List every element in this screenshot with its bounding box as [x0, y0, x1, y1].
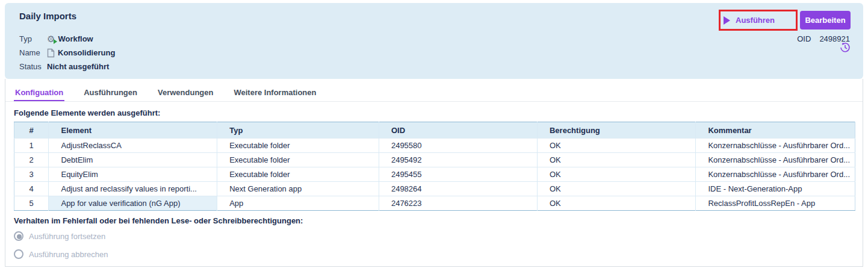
play-icon: [724, 16, 730, 25]
table-column-header[interactable]: Element: [49, 122, 217, 139]
table-header-row: #ElementTypOIDBerechtigungKommentar: [14, 122, 855, 139]
table-cell[interactable]: 1: [14, 139, 49, 153]
radio-option[interactable]: Ausführung fortsetzen: [14, 231, 105, 241]
page-title: Daily Imports: [19, 11, 76, 21]
meta-value-name: Konsolidierung: [47, 48, 115, 58]
table-cell[interactable]: Next Generation app: [217, 182, 379, 196]
table-cell[interactable]: Konzernabschlüsse - Ausführbarer Ord...: [696, 167, 855, 182]
table-cell[interactable]: OK: [537, 182, 695, 196]
table-cell[interactable]: OK: [537, 167, 695, 182]
radio-label: Ausführung abbrechen: [29, 250, 108, 259]
table-cell[interactable]: 2495580: [379, 139, 537, 153]
table-cell[interactable]: 2476223: [379, 196, 537, 211]
radio-icon: [14, 249, 23, 259]
meta-row-status: Status Nicht ausgeführt: [19, 60, 115, 73]
workflow-icon: ⚙: [47, 34, 55, 43]
table-row[interactable]: 2DebtElimExecutable folder2495492OKKonze…: [14, 153, 855, 167]
oid-label: OID: [797, 34, 811, 43]
document-icon: [47, 48, 55, 58]
table-cell[interactable]: Konzernabschlüsse - Ausführbarer Ord...: [696, 139, 855, 153]
table-cell[interactable]: Executable folder: [217, 153, 379, 167]
radio-icon: [14, 231, 23, 241]
meta-value-typ: ⚙ Workflow: [47, 34, 93, 43]
table-body: 1AdjustReclassCAExecutable folder2495580…: [14, 139, 855, 211]
page: Daily Imports Typ ⚙ Workflow Name Konsol…: [0, 0, 868, 271]
history-icon[interactable]: [840, 42, 851, 55]
table-row[interactable]: 4Adjust and reclassify values in reporti…: [14, 182, 855, 196]
table-column-header[interactable]: Berechtigung: [537, 122, 695, 139]
tab-konfiguration[interactable]: Konfiguation: [14, 84, 64, 101]
table-cell[interactable]: ReclassProfitLossRepEn - App: [696, 196, 855, 211]
meta-label-status: Status: [19, 62, 47, 71]
tab-ausfuehrungen[interactable]: Ausführungen: [82, 84, 138, 101]
meta-value-name-text: Konsolidierung: [58, 48, 115, 57]
content-panel: Konfiguation Ausführungen Verwendungen W…: [5, 79, 863, 267]
header-meta: Typ ⚙ Workflow Name Konsolidierung Statu…: [19, 32, 115, 73]
tab-weitere-informationen[interactable]: Weitere Informationen: [232, 84, 317, 101]
table-column-header[interactable]: OID: [379, 122, 537, 139]
radio-option[interactable]: Ausführung abbrechen: [14, 249, 108, 259]
table-column-header[interactable]: #: [14, 122, 49, 139]
table-cell[interactable]: 5: [14, 196, 49, 211]
meta-label-name: Name: [19, 48, 47, 57]
table-row[interactable]: 1AdjustReclassCAExecutable folder2495580…: [14, 139, 855, 153]
table-cell[interactable]: App: [217, 196, 379, 211]
table-row[interactable]: 5App for value verification (nG App)App2…: [14, 196, 855, 211]
meta-row-typ: Typ ⚙ Workflow: [19, 32, 115, 46]
status-value: Nicht ausgeführt: [47, 62, 109, 71]
meta-label-typ: Typ: [19, 34, 47, 43]
header-actions: Ausführen Bearbeiten OID 2498921: [0, 3, 863, 79]
table-row[interactable]: 3EquityElimExecutable folder2495455OKKon…: [14, 167, 855, 182]
header-panel: Daily Imports Typ ⚙ Workflow Name Konsol…: [5, 3, 863, 79]
meta-value-typ-text: Workflow: [58, 34, 93, 43]
intro-text: Folgende Elemente werden ausgeführt:: [14, 108, 160, 117]
element-table: #ElementTypOIDBerechtigungKommentar 1Adj…: [14, 122, 855, 211]
table-cell[interactable]: Executable folder: [217, 139, 379, 153]
table-cell[interactable]: AdjustReclassCA: [49, 139, 217, 153]
table-cell[interactable]: Executable folder: [217, 167, 379, 182]
radio-label: Ausführung fortsetzen: [29, 232, 105, 241]
table-cell[interactable]: IDE - Next-Generation-App: [696, 182, 855, 196]
table-cell[interactable]: 2498264: [379, 182, 537, 196]
tab-strip: Konfiguation Ausführungen Verwendungen W…: [5, 84, 863, 102]
table-cell[interactable]: OK: [537, 153, 695, 167]
table-cell[interactable]: 2495455: [379, 167, 537, 182]
table-cell[interactable]: Adjust and reclassify values in reporti.…: [49, 182, 217, 196]
run-button[interactable]: Ausführen: [724, 12, 775, 28]
table-column-header[interactable]: Typ: [217, 122, 379, 139]
table-cell[interactable]: 2495492: [379, 153, 537, 167]
table-cell[interactable]: 3: [14, 167, 49, 182]
table-cell[interactable]: 4: [14, 182, 49, 196]
table-column-header[interactable]: Kommentar: [696, 122, 855, 139]
table-cell[interactable]: OK: [537, 139, 695, 153]
error-behavior-label: Verhalten im Fehlerfall oder bei fehlend…: [14, 216, 303, 225]
table-cell[interactable]: 2: [14, 153, 49, 167]
table-cell[interactable]: OK: [537, 196, 695, 211]
tab-verwendungen[interactable]: Verwendungen: [157, 84, 214, 101]
run-button-label: Ausführen: [736, 16, 775, 25]
meta-row-name: Name Konsolidierung: [19, 46, 115, 60]
edit-button[interactable]: Bearbeiten: [800, 11, 851, 30]
table-cell[interactable]: DebtElim: [49, 153, 217, 167]
table-cell[interactable]: App for value verification (nG App): [49, 196, 217, 211]
table-cell[interactable]: Konzernabschlüsse - Ausführbarer Ord...: [696, 153, 855, 167]
table-cell[interactable]: EquityElim: [49, 167, 217, 182]
